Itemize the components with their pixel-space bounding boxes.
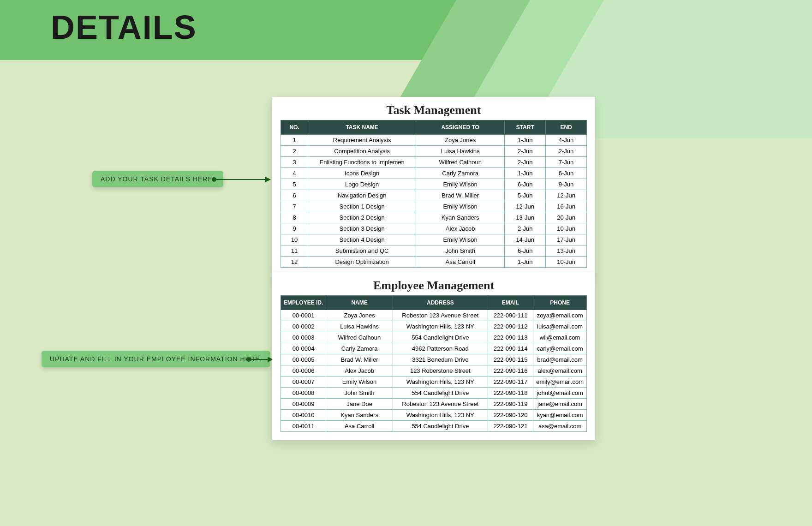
table-cell: 222-090-118 — [488, 388, 533, 399]
table-cell: Section 2 Design — [308, 212, 416, 223]
table-cell: Washington Hills, 123 NY — [393, 410, 488, 421]
table-cell: 222-090-113 — [488, 332, 533, 343]
table-cell: 00-0007 — [281, 377, 326, 388]
table-cell: 00-0004 — [281, 343, 326, 354]
table-row: 2Competition AnalysisLuisa Hawkins2-Jun2… — [281, 146, 587, 157]
table-cell: 3 — [281, 157, 308, 168]
column-header: TASK NAME — [308, 120, 416, 135]
table-cell: Robeston 123 Avenue Street — [393, 399, 488, 410]
table-cell: 00-0011 — [281, 421, 326, 432]
table-cell: 554 Candlelight Drive — [393, 421, 488, 432]
table-row: 00-0005Brad W. Miller3321 Benedum Drive2… — [281, 354, 587, 365]
table-cell: Alex Jacob — [326, 365, 393, 377]
table-cell: 1-Jun — [505, 168, 546, 179]
table-cell: Asa Carroll — [416, 257, 505, 268]
table-row: 11Submission and QCJohn Smith6-Jun13-Jun — [281, 245, 587, 257]
table-row: 00-0002Luisa HawkinsWashington Hills, 12… — [281, 321, 587, 332]
table-cell: 10 — [281, 234, 308, 245]
table-cell: Emily Wilson — [416, 234, 505, 245]
table-cell: 00-0010 — [281, 410, 326, 421]
table-cell: 20-Jun — [546, 212, 587, 223]
table-cell: 554 Candlelight Drive — [393, 388, 488, 399]
table-cell: 6-Jun — [505, 245, 546, 257]
table-cell: 10-Jun — [546, 257, 587, 268]
table-cell: 5 — [281, 179, 308, 190]
table-cell: Emily Wilson — [416, 179, 505, 190]
table-cell: brad@email.com — [533, 354, 587, 365]
table-cell: 1-Jun — [505, 257, 546, 268]
column-header: ASSIGNED TO — [416, 120, 505, 135]
arrow-icon — [249, 359, 272, 360]
table-cell: Carly Zamora — [416, 168, 505, 179]
table-cell: 222-090-114 — [488, 343, 533, 354]
table-cell: Luisa Hawkins — [416, 146, 505, 157]
table-row: 00-0001Zoya JonesRobeston 123 Avenue Str… — [281, 310, 587, 321]
table-cell: Section 3 Design — [308, 223, 416, 234]
table-cell: Submission and QC — [308, 245, 416, 257]
table-cell: Asa Carroll — [326, 421, 393, 432]
table-row: 00-0003Wilfred Calhoun554 Candlelight Dr… — [281, 332, 587, 343]
table-cell: 16-Jun — [546, 201, 587, 212]
column-header: NAME — [326, 296, 393, 310]
table-cell: John Smith — [326, 388, 393, 399]
column-header: START — [505, 120, 546, 135]
table-cell: 5-Jun — [505, 190, 546, 201]
table-cell: 11 — [281, 245, 308, 257]
table-cell: 2 — [281, 146, 308, 157]
table-cell: 7 — [281, 201, 308, 212]
table-row: 4Icons DesignCarly Zamora1-Jun6-Jun — [281, 168, 587, 179]
table-cell: jane@email.com — [533, 399, 587, 410]
table-cell: Requirement Analysis — [308, 135, 416, 146]
table-row: 9Section 3 DesignAlex Jacob2-Jun10-Jun — [281, 223, 587, 234]
table-cell: 8 — [281, 212, 308, 223]
table-cell: 00-0001 — [281, 310, 326, 321]
table-cell: 12-Jun — [505, 201, 546, 212]
table-row: 3Enlisting Functions to ImplemenWilfred … — [281, 157, 587, 168]
table-cell: luisa@email.com — [533, 321, 587, 332]
table-cell: zoya@email.com — [533, 310, 587, 321]
table-cell: Alex Jacob — [416, 223, 505, 234]
table-cell: 3321 Benedum Drive — [393, 354, 488, 365]
table-cell: 2-Jun — [505, 157, 546, 168]
table-cell: Jane Doe — [326, 399, 393, 410]
table-cell: 1 — [281, 135, 308, 146]
table-cell: 2-Jun — [546, 146, 587, 157]
table-cell: emily@email.com — [533, 377, 587, 388]
table-cell: 4 — [281, 168, 308, 179]
employee-card-title: Employee Management — [281, 279, 587, 293]
task-table: NO.TASK NAMEASSIGNED TOSTARTEND 1Require… — [281, 120, 587, 268]
table-cell: johnt@email.com — [533, 388, 587, 399]
table-cell: Kyan Sanders — [326, 410, 393, 421]
table-cell: 222-090-120 — [488, 410, 533, 421]
callout-task: ADD YOUR TASK DETAILS HERE. — [92, 171, 223, 187]
table-cell: Navigation Design — [308, 190, 416, 201]
page-title: DETAILS — [51, 8, 197, 46]
table-cell: 222-090-112 — [488, 321, 533, 332]
table-row: 5Logo DesignEmily Wilson6-Jun9-Jun — [281, 179, 587, 190]
table-cell: 00-0009 — [281, 399, 326, 410]
table-row: 00-0010Kyan SandersWashington Hills, 123… — [281, 410, 587, 421]
column-header: END — [546, 120, 587, 135]
table-cell: Washington Hills, 123 NY — [393, 321, 488, 332]
table-cell: 13-Jun — [546, 245, 587, 257]
column-header: EMAIL — [488, 296, 533, 310]
table-cell: wil@email.com — [533, 332, 587, 343]
table-cell: Emily Wilson — [326, 377, 393, 388]
table-row: 10Section 4 DesignEmily Wilson14-Jun17-J… — [281, 234, 587, 245]
employee-management-card: Employee Management EMPLOYEE ID.NAMEADDR… — [272, 272, 595, 440]
table-cell: kyan@email.com — [533, 410, 587, 421]
table-cell: 00-0008 — [281, 388, 326, 399]
employee-table: EMPLOYEE ID.NAMEADDRESSEMAILPHONE 00-000… — [281, 295, 587, 432]
table-cell: Wilfred Calhoun — [326, 332, 393, 343]
task-card-title: Task Management — [281, 103, 587, 117]
table-row: 00-0007Emily WilsonWashington Hills, 123… — [281, 377, 587, 388]
column-header: ADDRESS — [393, 296, 488, 310]
table-cell: 6-Jun — [505, 179, 546, 190]
table-cell: Brad W. Miller — [416, 190, 505, 201]
table-cell: 14-Jun — [505, 234, 546, 245]
table-cell: Zoya Jones — [416, 135, 505, 146]
table-cell: 00-0003 — [281, 332, 326, 343]
column-header: PHONE — [533, 296, 587, 310]
table-cell: asa@email.com — [533, 421, 587, 432]
table-cell: Section 4 Design — [308, 234, 416, 245]
